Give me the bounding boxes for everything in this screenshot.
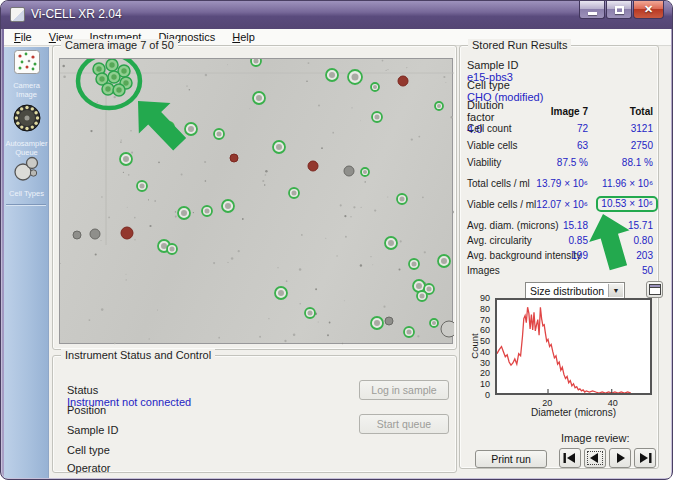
table-row: Avg. circularity0.850.80 [460, 235, 658, 250]
table-row: Viable cells632750 [460, 140, 658, 155]
status-row: Cell type [67, 444, 347, 456]
table-row-label: Total cells / ml [467, 178, 530, 189]
table-cell-image7: 72 [577, 123, 588, 134]
image-review-label: Image review: [561, 432, 629, 444]
y-tick-label: 30 [480, 358, 490, 368]
table-cell-image7: 12.07 × 10⁶ [536, 199, 588, 210]
app-icon [10, 7, 25, 22]
menu-item-file[interactable]: File [11, 30, 35, 44]
table-row-label: Viable cells / ml [467, 199, 536, 210]
stored-run-results-panel: Stored Run Results Sample IDe15-pbs3Cell… [459, 45, 659, 469]
sidebar-item-autosampler-queue[interactable]: Autosampler Queue [4, 103, 49, 157]
y-tick-label: 0 [485, 390, 490, 400]
last-image-button[interactable] [634, 448, 656, 468]
print-run-button[interactable]: Print run [475, 450, 547, 468]
title-bar: Vi-CELL XR 2.04 ✕ [1, 1, 672, 29]
sidebar-item-label: Camera Image [4, 81, 49, 99]
y-tick-label: 60 [480, 325, 490, 335]
table-row: Avg. diam. (microns)15.1815.71 [460, 220, 658, 235]
table-row-label: Cell count [467, 123, 511, 134]
maximize-button[interactable] [606, 1, 632, 19]
sidebar-item-camera-image[interactable]: Camera Image [4, 49, 49, 99]
table-cell-image7: 63 [577, 140, 588, 151]
sidebar-item-label: Cell Types [9, 189, 44, 198]
table-row: Avg. background intensity199203 [460, 250, 658, 265]
table-cell-image7: 0.85 [569, 235, 588, 246]
maximize-icon [615, 6, 624, 14]
minimize-button[interactable] [579, 1, 605, 19]
table-cell-total: 0.80 [634, 235, 653, 246]
sidebar: Camera ImageAutosampler QueueCell Types [4, 47, 49, 478]
status-row: Position [67, 404, 347, 416]
table-row: Images50 [460, 265, 658, 280]
table-cell-image7: 13.79 × 10⁶ [536, 178, 588, 189]
autosampler-queue-icon [12, 103, 42, 137]
camera-image-icon [13, 49, 41, 79]
table-cell-total: 11.96 × 10⁶ [602, 178, 653, 189]
table-cell-image7: 199 [571, 250, 588, 261]
next-image-icon [613, 452, 627, 464]
table-row-label: Viable cells [467, 140, 517, 151]
y-tick-label: 10 [480, 379, 490, 389]
table-cell-image7: 15.18 [563, 220, 588, 231]
table-cell-total: 88.1 % [622, 157, 653, 168]
sidebar-separator [6, 204, 46, 205]
chart-window-button[interactable] [646, 281, 663, 298]
y-tick-label: 20 [480, 368, 490, 378]
chart-type-dropdown[interactable]: Size distribution▼ [525, 282, 625, 299]
y-tick-label: 40 [480, 347, 490, 357]
histogram-line [497, 307, 631, 393]
sidebar-item-cell-types[interactable]: Cell Types [4, 155, 49, 198]
last-image-icon [638, 452, 652, 464]
chevron-down-icon: ▼ [608, 284, 623, 297]
prev-image-icon [588, 452, 602, 464]
close-icon: ✕ [644, 3, 653, 16]
minimize-icon [588, 12, 597, 15]
y-axis-label: Count [469, 333, 480, 358]
instrument-status-panel: Instrument Status and Control StatusInst… [52, 355, 457, 473]
status-row-label: Status [67, 384, 135, 396]
table-cell-total: 3121 [631, 123, 653, 134]
app-window: Vi-CELL XR 2.04 ✕ FileViewInstrumentDiag… [0, 0, 673, 480]
table-row: Total cells / ml13.79 × 10⁶11.96 × 10⁶ [460, 178, 658, 193]
menu-item-help[interactable]: Help [229, 30, 258, 44]
close-button[interactable]: ✕ [633, 1, 664, 19]
size-distribution-chart [495, 298, 652, 395]
chart-type-selected-value: Size distribution [530, 285, 604, 297]
results-info-label: Sample ID [467, 59, 532, 71]
status-row: Operator [67, 462, 347, 474]
table-row: Viable cells / ml12.07 × 10⁶10.53 × 10⁶ [460, 199, 658, 214]
start-queue-button[interactable]: Start queue [359, 414, 449, 434]
status-row-label: Operator [67, 462, 135, 474]
table-row: Cell count723121 [460, 123, 658, 138]
next-image-button[interactable] [609, 448, 631, 468]
table-cell-total: 2750 [631, 140, 653, 151]
table-row: Viability87.5 %88.1 % [460, 157, 658, 172]
highlighted-total-cell: 10.53 × 10⁶ [596, 196, 658, 212]
status-row-label: Cell type [67, 444, 135, 456]
table-header-image7: Image 7 [551, 106, 588, 117]
cell-types-icon [12, 155, 42, 187]
camera-image-view [59, 58, 453, 344]
table-row-label: Images [467, 265, 500, 276]
results-info-label: Cell type [467, 79, 532, 91]
window-icon [649, 284, 661, 295]
camera-panel-title: Camera image 7 of 50 [61, 39, 178, 51]
log-in-sample-button[interactable]: Log in sample [359, 380, 449, 400]
instrument-status-title: Instrument Status and Control [61, 349, 215, 361]
y-tick-label: 50 [480, 336, 490, 346]
status-row: Sample ID [67, 424, 347, 436]
status-row-label: Position [67, 404, 135, 416]
table-row-label: Avg. diam. (microns) [467, 220, 559, 231]
y-tick-label: 80 [480, 304, 490, 314]
window-title: Vi-CELL XR 2.04 [31, 7, 122, 21]
y-tick-label: 90 [480, 293, 490, 303]
table-row-label: Viability [467, 157, 501, 168]
first-image-button[interactable] [559, 448, 581, 468]
table-cell-total: 203 [636, 250, 653, 261]
table-header: Image 7Total [460, 106, 658, 120]
y-tick-label: 70 [480, 315, 490, 325]
previous-image-button[interactable] [584, 448, 606, 468]
stored-run-results-title: Stored Run Results [468, 39, 571, 51]
table-row-label: Avg. circularity [467, 235, 532, 246]
